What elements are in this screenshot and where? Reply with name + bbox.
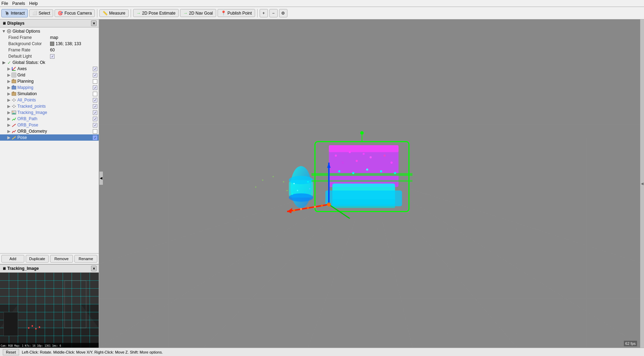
global-options-item[interactable]: ▼ Global Options [0,28,99,34]
tracked-points-checkbox[interactable] [93,104,97,109]
svg-point-97 [293,183,295,184]
publish-point-button[interactable]: 📍 Publish Point [218,9,255,17]
select-label: Select [39,11,50,16]
right-panel-handle[interactable]: ◀ [640,19,644,348]
reset-button[interactable]: Reset [3,349,19,355]
planning-checkbox[interactable] [93,79,97,84]
orb-odometry-expand[interactable]: ▶ [6,129,11,134]
all-points-label: All_Points [17,98,93,102]
svg-point-22 [15,106,16,107]
all-points-icon [11,97,17,103]
global-status-item[interactable]: ▶ ✓ Global Status: Ok [0,59,99,66]
orb-path-item[interactable]: ▶ ORB_Path [0,116,99,122]
svg-rect-107 [325,191,402,206]
tracking-image-svg: Cam: RGB Map: 1 Kfs: 16 10p: 1361 1ms: 6 [0,273,99,348]
pose-expand[interactable]: ▶ [6,135,11,140]
all-points-expand[interactable]: ▶ [6,98,11,102]
settings-icon-button[interactable]: ⚙ [279,9,287,17]
orb-path-label: ORB_Path [17,116,93,121]
nav-goal-button[interactable]: → 2D Nav Goal [180,9,216,17]
menu-bar: File Panels Help [0,0,644,7]
svg-rect-112 [311,180,413,182]
svg-point-117 [356,160,358,162]
default-light-check[interactable] [50,54,55,59]
all-points-checkbox[interactable] [93,98,97,102]
measure-button[interactable]: 📏 Measure [99,9,129,17]
tracking-panel-title: Tracking_Image [7,266,39,271]
planning-expand[interactable]: ▶ [6,79,11,84]
interact-button[interactable]: 🖱 Interact [1,9,28,17]
camera-icon: 🎯 [58,11,63,16]
simulation-expand[interactable]: ▶ [6,91,11,96]
svg-point-58 [35,328,36,330]
svg-point-85 [272,176,274,177]
background-color-row: Background Color 136; 138; 133 [0,41,99,47]
pose-checkbox[interactable] [93,135,97,140]
svg-line-29 [15,130,16,131]
frame-rate-label: Frame Rate [8,48,50,52]
minus-icon-button[interactable]: − [269,9,278,17]
select-button[interactable]: ⬜ Select [29,9,53,17]
frame-rate-value[interactable]: 60 [50,48,55,52]
orb-pose-expand[interactable]: ▶ [6,123,11,127]
displays-panel-title: Displays [7,21,24,26]
measure-icon: 📏 [103,11,108,16]
orb-odometry-item[interactable]: ▶ ORB_Odometry [0,128,99,134]
svg-point-124 [380,170,382,172]
svg-point-110 [360,131,364,135]
tracked-points-expand[interactable]: ▶ [6,104,11,109]
svg-line-2 [12,67,16,71]
add-button[interactable]: Add [1,255,24,263]
grid-item[interactable]: ▶ Grid [0,72,99,78]
background-color-value[interactable]: 136; 138; 133 [50,41,81,46]
axes-item[interactable]: ▶ Axes [0,66,99,72]
orb-odometry-label: ORB_Odometry [17,129,93,134]
tracking-panel-close[interactable]: ✕ [91,266,97,271]
global-status-expand[interactable]: ▶ [1,60,6,65]
svg-point-19 [14,101,15,102]
pose-item[interactable]: ▶ Pose [0,134,99,141]
menu-help[interactable]: Help [29,1,38,6]
grid-checkbox[interactable] [93,73,97,77]
orb-pose-item[interactable]: ▶ ORB_Pose [0,122,99,128]
remove-button[interactable]: Remove [50,255,73,263]
default-light-checkbox[interactable] [50,54,55,59]
tracking-image-checkbox[interactable] [93,110,97,115]
axes-expand[interactable]: ▶ [6,66,11,71]
tracking-image-item[interactable]: ▶ Tracking_Image [0,109,99,116]
orb-odometry-checkbox[interactable] [93,129,97,134]
all-points-item[interactable]: ▶ All_Points [0,97,99,103]
default-light-row: Default Light [0,53,99,59]
svg-point-116 [342,162,344,164]
axes-checkbox[interactable] [93,67,97,71]
svg-point-134 [314,206,316,208]
pose-estimate-button[interactable]: → 2D Pose Estimate [133,9,179,17]
focus-camera-button[interactable]: 🎯 Focus Camera [55,9,95,17]
duplicate-button[interactable]: Duplicate [26,255,49,263]
displays-panel-close[interactable]: ✕ [91,20,97,26]
planning-item[interactable]: ▶ Planning [0,78,99,84]
grid-expand[interactable]: ▶ [6,73,11,77]
menu-file[interactable]: File [1,1,8,6]
orb-path-expand[interactable]: ▶ [6,116,11,121]
orb-pose-checkbox[interactable] [93,123,97,127]
tracked-points-icon [11,104,17,109]
add-icon-button[interactable]: + [260,9,268,17]
simulation-checkbox[interactable] [93,92,97,96]
mapping-checkbox[interactable] [93,85,97,90]
menu-panels[interactable]: Panels [12,1,25,6]
tracking-image-expand[interactable]: ▶ [6,110,11,115]
rename-button[interactable]: Rename [74,255,97,263]
panel-collapse-arrow[interactable]: ◀ [99,171,103,185]
orb-path-checkbox[interactable] [93,117,97,121]
tracked-points-item[interactable]: ▶ Tracked_points [0,103,99,109]
mapping-item[interactable]: ▶ Mapping [0,84,99,91]
svg-point-101 [292,193,293,195]
simulation-item[interactable]: ▶ Simulation [0,91,99,97]
global-options-expand[interactable]: ▼ [1,29,6,34]
3d-viewport[interactable]: ◀ 62 fps [99,19,644,348]
mapping-expand[interactable]: ▶ [6,85,11,90]
orb-pose-label: ORB_Pose [17,123,93,127]
displays-list: ▼ Global Options Fixed Frame map Backgro… [0,27,99,253]
fixed-frame-value[interactable]: map [50,35,58,40]
